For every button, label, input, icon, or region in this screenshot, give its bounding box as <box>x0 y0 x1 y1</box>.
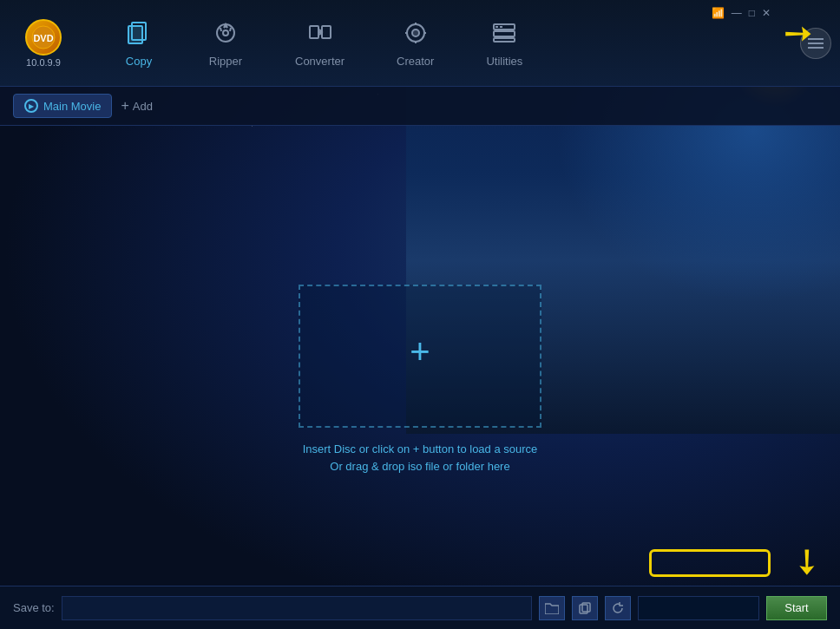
wifi-icon: 📶 <box>712 7 725 19</box>
main-movie-button[interactable]: ▶ Main Movie <box>13 94 112 118</box>
svg-point-9 <box>412 29 419 36</box>
app-version: 10.0.9.9 <box>26 57 61 68</box>
svg-rect-12 <box>494 38 515 42</box>
plus-icon: + <box>121 98 128 114</box>
content-area: + Insert Disc or click on + button to lo… <box>0 126 840 586</box>
converter-icon <box>306 19 334 51</box>
save-to-label: Save to: <box>13 601 55 614</box>
copy-destination-button[interactable] <box>572 596 598 620</box>
drop-zone-plus-icon: + <box>410 334 430 369</box>
tab-creator[interactable]: Creator <box>371 12 460 75</box>
tab-utilities-label: Utilities <box>486 55 522 68</box>
drop-hint-line2: Or drag & drop iso file or folder here <box>268 458 572 476</box>
copy-icon <box>125 19 153 51</box>
tab-ripper-label: Ripper <box>209 55 242 68</box>
drop-zone-wrapper: + Insert Disc or click on + button to lo… <box>299 285 541 428</box>
svg-rect-11 <box>494 31 515 36</box>
tab-converter[interactable]: Converter <box>269 12 371 75</box>
save-path-input[interactable] <box>62 596 532 620</box>
logo-area: DVD 10.0.9.9 <box>9 19 78 68</box>
close-icon[interactable]: ✕ <box>762 7 771 19</box>
drop-hint: Insert Disc or click on + button to load… <box>268 441 572 477</box>
svg-rect-6 <box>310 26 318 38</box>
tab-copy-label: Copy <box>126 55 152 68</box>
tab-copy[interactable]: Copy <box>95 12 182 75</box>
play-icon: ▶ <box>24 99 38 113</box>
logo: DVD <box>25 19 62 56</box>
drop-zone[interactable]: + <box>299 285 541 428</box>
svg-rect-13 <box>495 26 498 28</box>
maximize-icon[interactable]: □ <box>749 7 755 19</box>
toolbar: ▶ Main Movie + Add <box>0 87 840 126</box>
add-button[interactable]: + Add <box>121 98 152 114</box>
svg-point-5 <box>223 30 228 36</box>
window-icons: 📶 — □ ✕ <box>712 7 771 19</box>
tab-utilities[interactable]: Utilities <box>460 12 548 75</box>
svg-rect-14 <box>500 26 502 28</box>
creator-icon <box>402 19 430 51</box>
footer: Save to: Start <box>0 586 840 629</box>
header: 📶 — □ ✕ DVD 10.0.9.9 Copy <box>0 0 840 87</box>
tab-ripper[interactable]: Ripper <box>182 12 269 75</box>
tab-creator-label: Creator <box>397 55 434 68</box>
tab-converter-label: Converter <box>295 55 345 68</box>
main-movie-label: Main Movie <box>43 100 101 113</box>
minimize-icon[interactable]: — <box>732 7 742 19</box>
start-button[interactable]: Start <box>766 596 827 620</box>
nav-tabs: Copy Ripper <box>95 12 831 75</box>
utilities-icon <box>490 19 518 51</box>
ripper-icon <box>212 19 240 51</box>
drop-hint-line1: Insert Disc or click on + button to load… <box>268 441 572 459</box>
output-format-area <box>638 596 759 620</box>
svg-rect-7 <box>322 26 331 38</box>
folder-browse-button[interactable] <box>539 596 565 620</box>
add-label: Add <box>133 100 153 113</box>
svg-text:DVD: DVD <box>33 33 53 43</box>
refresh-button[interactable] <box>605 596 631 620</box>
svg-rect-3 <box>128 26 142 43</box>
